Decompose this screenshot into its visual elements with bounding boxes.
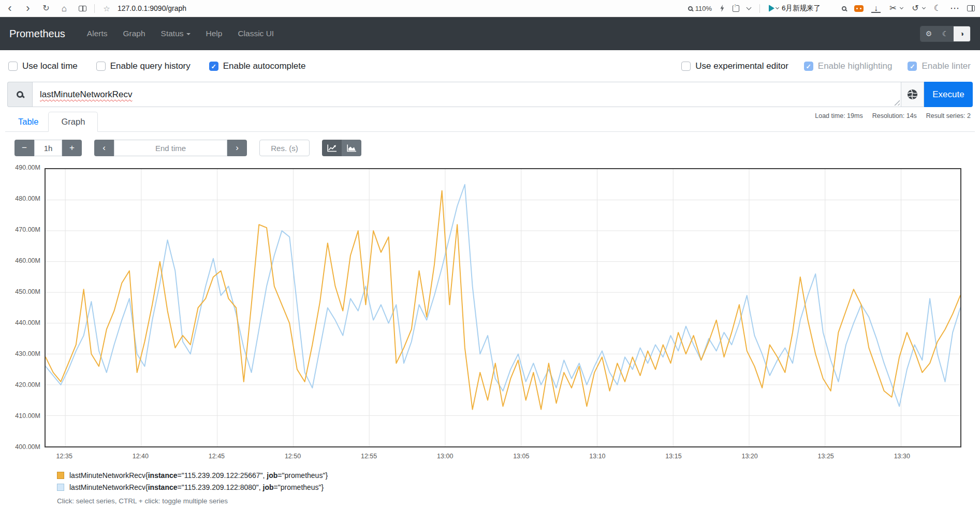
time-back-button[interactable]: ‹ xyxy=(94,140,114,156)
y-tick-label: 470.00M xyxy=(15,226,40,233)
area-chart-icon xyxy=(347,144,357,152)
stat-result-series: Result series: 2 xyxy=(926,112,971,119)
x-tick-label: 13:00 xyxy=(437,453,453,460)
execute-button[interactable]: Execute xyxy=(924,82,973,107)
checkbox-box xyxy=(96,62,106,71)
chevron-down-icon[interactable] xyxy=(747,5,752,10)
forward-icon[interactable]: › xyxy=(23,3,33,14)
options-right-group: Use experimental editor Enable highlight… xyxy=(681,61,972,71)
legend-swatch-blue xyxy=(57,484,64,491)
undo-icon: ↺ xyxy=(911,4,920,12)
line-chart-toggle-button[interactable] xyxy=(322,140,342,156)
home-icon[interactable]: ⌂ xyxy=(60,4,69,13)
browser-toolbar-right: 110% 6月新规来了 ↓ ✂ ↺ ☾ ⋯ xyxy=(688,4,975,13)
toolbar-divider xyxy=(94,4,95,13)
legend-swatch-orange xyxy=(57,472,64,479)
range-increase-button[interactable]: + xyxy=(62,140,82,156)
nav-item-status-label: Status xyxy=(161,29,184,38)
x-tick-label: 12:55 xyxy=(361,453,377,460)
nav-item-help[interactable]: Help xyxy=(206,29,223,38)
chart-type-toggle xyxy=(322,140,361,156)
legend-label: lastMinuteNetworkRecv{instance="115.239.… xyxy=(69,471,328,480)
query-expression-row: lastMinuteNetworkRecv Execute xyxy=(7,82,973,107)
range-duration-input[interactable]: 1h xyxy=(34,140,62,156)
tab-table[interactable]: Table xyxy=(8,112,48,131)
query-stats: Load time: 19ms Resolution: 14s Result s… xyxy=(815,112,971,119)
series-line xyxy=(46,185,960,407)
x-tick-label: 12:40 xyxy=(133,453,149,460)
chart-legend: lastMinuteNetworkRecv{instance="115.239.… xyxy=(57,471,980,505)
x-tick-label: 13:30 xyxy=(894,453,910,460)
reading-list-icon[interactable] xyxy=(78,6,87,11)
y-tick-label: 400.00M xyxy=(15,443,40,451)
theme-toggle-group: ⚙ ☾ ◑ xyxy=(920,26,971,42)
address-bar[interactable]: ☆ 127.0.0.1:9090/graph xyxy=(102,4,186,12)
checkbox-use-local-time[interactable]: Use local time xyxy=(8,61,78,71)
end-time-input[interactable]: End time xyxy=(114,140,227,156)
nav-item-status[interactable]: Status xyxy=(161,29,191,38)
time-forward-button[interactable]: › xyxy=(227,140,247,156)
y-tick-label: 480.00M xyxy=(15,195,40,202)
back-icon[interactable]: ‹ xyxy=(5,3,14,14)
theme-auto-contrast-icon[interactable]: ◑ xyxy=(954,26,970,41)
globe-icon xyxy=(906,88,918,100)
tab-graph[interactable]: Graph xyxy=(48,112,98,132)
bing-suggestion-text: 6月新规来了 xyxy=(782,4,821,13)
nav-item-classic-ui[interactable]: Classic UI xyxy=(238,29,274,38)
stat-load-time: Load time: 19ms xyxy=(815,112,862,119)
checkbox-label: Enable linter xyxy=(922,61,971,71)
metrics-explorer-button[interactable] xyxy=(901,82,924,107)
downloads-icon[interactable]: ↓ xyxy=(871,4,881,12)
checkbox-label: Enable query history xyxy=(110,61,191,71)
sidebar-panel-icon[interactable] xyxy=(967,5,975,11)
result-panel-header: Table Graph Load time: 19ms Resolution: … xyxy=(5,110,975,132)
chart-plot[interactable] xyxy=(45,168,961,447)
checkbox-label: Enable highlighting xyxy=(818,61,893,71)
more-options-icon[interactable]: ⋯ xyxy=(950,4,959,13)
line-chart-icon xyxy=(327,144,337,152)
performance-bolt-icon[interactable] xyxy=(720,5,725,12)
legend-label: lastMinuteNetworkRecv{instance="115.239.… xyxy=(69,483,324,491)
dark-mode-moon-icon[interactable]: ☾ xyxy=(933,4,942,12)
checkbox-enable-highlighting[interactable]: Enable highlighting xyxy=(804,61,893,71)
book-icon xyxy=(79,6,86,11)
legend-item[interactable]: lastMinuteNetworkRecv{instance="115.239.… xyxy=(57,471,980,480)
search-icon[interactable] xyxy=(842,6,846,11)
checkbox-use-experimental-editor[interactable]: Use experimental editor xyxy=(681,61,788,71)
legend-item[interactable]: lastMinuteNetworkRecv{instance="115.239.… xyxy=(57,483,980,491)
x-tick-label: 13:15 xyxy=(665,453,681,460)
zoom-indicator[interactable]: 110% xyxy=(688,5,712,12)
web-capture[interactable]: ✂ xyxy=(888,4,903,12)
share-icon[interactable] xyxy=(733,5,739,12)
favorite-star-icon[interactable]: ☆ xyxy=(102,5,111,12)
nav-item-graph[interactable]: Graph xyxy=(123,29,145,38)
history-undo[interactable]: ↺ xyxy=(911,4,925,12)
legend-hint: Click: select series, CTRL + click: togg… xyxy=(57,497,980,505)
stacked-chart-toggle-button[interactable] xyxy=(342,140,361,156)
bing-suggestion[interactable]: 6月新规来了 xyxy=(769,4,821,13)
chevron-down-icon xyxy=(922,6,926,9)
options-row: Use local time Enable query history Enab… xyxy=(0,57,980,76)
resolution-input[interactable]: Res. (s) xyxy=(259,140,310,156)
nav-item-alerts[interactable]: Alerts xyxy=(87,29,108,38)
brand-prometheus[interactable]: Prometheus xyxy=(9,28,65,40)
search-icon xyxy=(17,91,23,98)
x-tick-label: 13:20 xyxy=(741,453,757,460)
graph-controls: − 1h + ‹ End time › Res. (s) xyxy=(14,140,980,156)
checkbox-enable-linter[interactable]: Enable linter xyxy=(908,61,971,71)
range-decrease-button[interactable]: − xyxy=(14,140,34,156)
y-tick-label: 440.00M xyxy=(15,319,40,326)
game-controller-extension-icon[interactable] xyxy=(854,5,864,12)
theme-light-gear-icon[interactable]: ⚙ xyxy=(920,26,937,41)
checkbox-enable-autocomplete[interactable]: Enable autocomplete xyxy=(209,61,306,71)
query-expression-input[interactable]: lastMinuteNetworkRecv xyxy=(32,82,901,107)
checkbox-enable-query-history[interactable]: Enable query history xyxy=(96,61,191,71)
zoom-level: 110% xyxy=(695,5,712,12)
theme-dark-moon-icon[interactable]: ☾ xyxy=(937,26,954,41)
checkbox-box xyxy=(908,62,917,71)
x-tick-label: 13:05 xyxy=(513,453,529,460)
refresh-icon[interactable]: ↻ xyxy=(41,4,51,12)
query-search-addon xyxy=(7,82,32,107)
query-text: lastMinuteNetworkRecv xyxy=(40,89,133,100)
checkbox-label: Use local time xyxy=(22,61,78,71)
